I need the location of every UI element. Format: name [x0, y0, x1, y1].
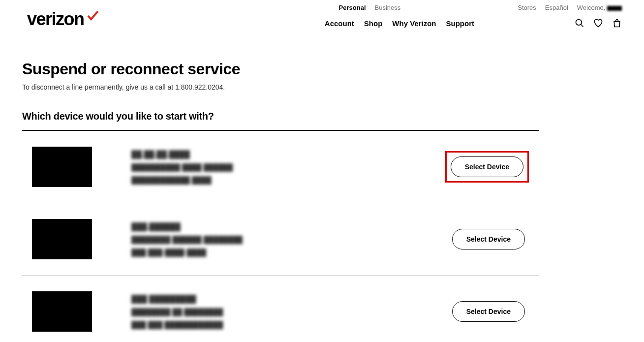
- business-link[interactable]: Business: [375, 4, 401, 11]
- select-button-wrapper: Select Device: [448, 225, 529, 253]
- device-info: ███ █████████ ████████ ██ ████████ ███ █…: [131, 295, 409, 329]
- device-image: [32, 291, 92, 332]
- device-image: [32, 147, 92, 187]
- welcome-label: Welcome,: [577, 4, 606, 11]
- select-device-button[interactable]: Select Device: [452, 229, 525, 249]
- svg-line-1: [581, 25, 583, 27]
- select-device-button[interactable]: Select Device: [452, 301, 525, 322]
- select-button-highlight: Select Device: [445, 151, 529, 183]
- main-nav-row: Account Shop Why Verizon Support: [325, 18, 622, 28]
- device-line2: ██████████ ████ ██████: [131, 163, 406, 171]
- nav-shop[interactable]: Shop: [364, 19, 383, 28]
- segment-links: Personal Business: [339, 4, 401, 11]
- device-line2: ████████ ██████ ████████: [131, 236, 409, 244]
- device-line3: ████████████.████: [131, 176, 406, 184]
- header-icons: [575, 18, 622, 28]
- device-list: ██.██.██.████ ██████████ ████ ██████ ███…: [22, 130, 539, 342]
- stores-link[interactable]: Stores: [518, 4, 536, 11]
- top-links: Personal Business Stores Español Welcome…: [339, 4, 622, 11]
- logo-checkmark-icon: [85, 10, 99, 23]
- nav-why-verizon[interactable]: Why Verizon: [392, 19, 436, 28]
- device-info: ██.██.██.████ ██████████ ████ ██████ ███…: [131, 150, 406, 184]
- page-subtitle: To disconnect a line permanently, give u…: [22, 83, 539, 91]
- device-name: ███ █████████: [131, 295, 409, 303]
- device-line2: ████████ ██ ████████: [131, 308, 409, 316]
- svg-point-0: [576, 20, 582, 26]
- welcome-name-redacted: [607, 6, 622, 11]
- main-nav: Account Shop Why Verizon Support: [325, 19, 474, 28]
- nav-support[interactable]: Support: [446, 19, 475, 28]
- logo-text: verizon: [27, 9, 84, 30]
- nav-account[interactable]: Account: [325, 19, 354, 28]
- logo[interactable]: verizon: [27, 4, 99, 30]
- device-name: ██.██.██.████: [131, 150, 406, 158]
- device-name: ███.██████: [131, 222, 409, 231]
- select-button-wrapper: Select Device: [448, 297, 529, 326]
- espanol-link[interactable]: Español: [545, 4, 568, 11]
- heart-icon[interactable]: [593, 18, 603, 28]
- select-device-button[interactable]: Select Device: [451, 156, 523, 177]
- header-right: Personal Business Stores Español Welcome…: [325, 4, 622, 28]
- device-row: ███.██████ ████████ ██████ ████████ ███ …: [22, 203, 539, 276]
- page-title: Suspend or reconnect service: [22, 60, 539, 78]
- personal-link[interactable]: Personal: [339, 4, 366, 11]
- search-icon[interactable]: [575, 18, 584, 28]
- welcome-link[interactable]: Welcome,: [577, 4, 622, 11]
- bag-icon[interactable]: [612, 18, 622, 28]
- device-info: ███.██████ ████████ ██████ ████████ ███ …: [131, 222, 409, 256]
- device-row: ███ █████████ ████████ ██ ████████ ███ █…: [22, 276, 539, 342]
- device-image: [32, 219, 92, 259]
- device-row: ██.██.██.████ ██████████ ████ ██████ ███…: [22, 131, 539, 203]
- device-line3: ███ ███-████-████: [131, 249, 409, 256]
- section-title: Which device would you like to start wit…: [22, 111, 539, 122]
- site-header: verizon Personal Business Stores Español…: [0, 0, 644, 45]
- main-content: Suspend or reconnect service To disconne…: [0, 45, 561, 342]
- device-line3: ███ ███ ████████████: [131, 321, 409, 329]
